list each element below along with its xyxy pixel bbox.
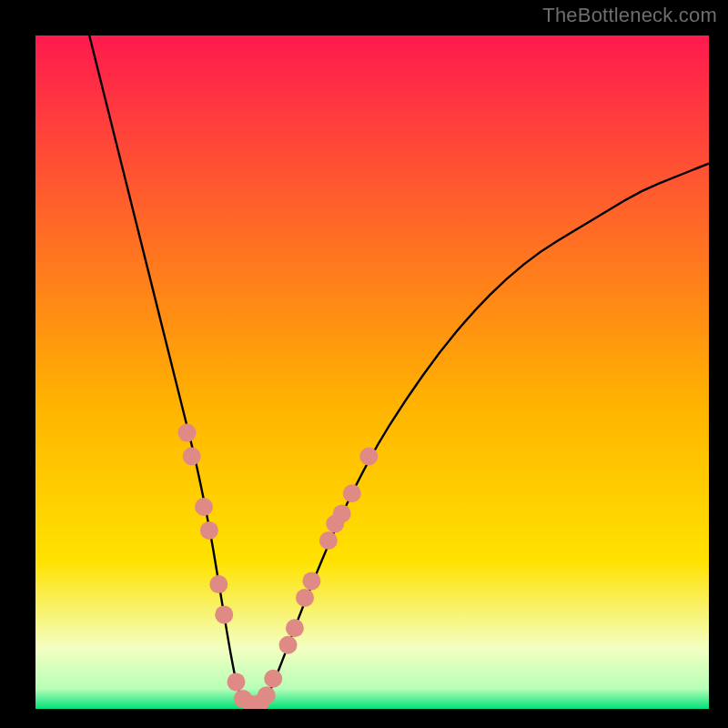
marker-dot: [359, 448, 378, 466]
marker-dot: [279, 636, 298, 654]
marker-dot: [333, 504, 351, 522]
marker-dot: [178, 424, 197, 442]
marker-dot: [302, 571, 320, 590]
marker-dot: [228, 672, 246, 691]
marker-dot: [200, 521, 218, 540]
marker-dot: [258, 686, 276, 704]
marker-dot: [195, 498, 213, 516]
marker-dot: [286, 619, 304, 637]
marker-dot: [183, 448, 201, 466]
plot-area: [35, 35, 709, 709]
marker-dot: [319, 531, 338, 550]
marker-dot: [343, 484, 361, 502]
chart-svg: [35, 35, 709, 709]
marker-dot: [264, 670, 282, 688]
marker-dot: [296, 589, 314, 607]
watermark: TheBottleneck.com: [542, 4, 717, 27]
marker-dot: [215, 605, 233, 623]
gradient-background: [35, 35, 709, 709]
marker-dot: [209, 575, 228, 593]
chart-frame: TheBottleneck.com: [0, 0, 728, 728]
